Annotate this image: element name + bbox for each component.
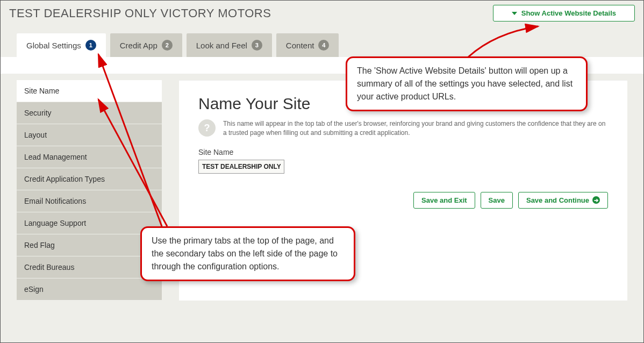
page-title: TEST DEALERSHIP ONLY VICTORY MOTORS (9, 6, 271, 20)
callout-text: The 'Show Active Website Details' button… (357, 66, 573, 101)
callout-text: Use the primary tabs at the top of the p… (152, 236, 338, 271)
help-icon[interactable]: ? (198, 119, 216, 137)
chevron-down-icon (512, 12, 517, 15)
app-frame: TEST DEALERSHIP ONLY VICTORY MOTORS Show… (0, 0, 644, 343)
save-button[interactable]: Save (481, 192, 513, 209)
primary-tabs: Global Settings 1 Credit App 2 Look and … (1, 24, 643, 57)
sidebar-item-credit-application-types[interactable]: Credit Application Types (17, 168, 162, 190)
sidebar-item-layout[interactable]: Layout (17, 124, 162, 146)
tab-label: Look and Feel (196, 41, 247, 50)
button-row: Save and Exit Save Save and Continue ➔ (198, 192, 608, 209)
sidebar-item-label: eSign (24, 285, 44, 294)
header-row: TEST DEALERSHIP ONLY VICTORY MOTORS Show… (1, 1, 643, 24)
sidebar-item-label: Language Support (24, 219, 86, 227)
sidebar-item-label: Layout (24, 131, 47, 139)
button-label: Save and Exit (421, 196, 467, 204)
tab-badge: 2 (162, 40, 173, 51)
help-row: ? This name will appear in the top tab o… (198, 119, 608, 138)
sidebar-item-esign[interactable]: eSign (17, 278, 162, 301)
tab-badge: 4 (318, 40, 329, 51)
sidebar-item-label: Email Notifications (24, 197, 86, 205)
sidebar-item-label: Credit Bureaus (24, 263, 74, 271)
sidebar-item-language-support[interactable]: Language Support (17, 212, 162, 234)
sidebar-item-site-name[interactable]: Site Name (17, 80, 162, 102)
show-details-label: Show Active Website Details (521, 9, 616, 17)
annotation-callout-tabs: Use the primary tabs at the top of the p… (140, 226, 355, 281)
tab-look-and-feel[interactable]: Look and Feel 3 (187, 33, 272, 57)
site-name-input[interactable] (198, 160, 284, 174)
help-text: This name will appear in the top tab of … (223, 119, 608, 138)
tab-global-settings[interactable]: Global Settings 1 (17, 33, 106, 57)
tab-content[interactable]: Content 4 (276, 33, 339, 57)
arrow-right-icon: ➔ (592, 196, 600, 204)
tab-label: Credit App (120, 41, 158, 50)
sidebar-item-label: Lead Management (24, 153, 87, 161)
tab-label: Content (286, 41, 314, 50)
tab-badge: 3 (252, 40, 262, 51)
button-label: Save and Continue (526, 196, 589, 204)
sidebar-item-label: Red Flag (24, 241, 55, 249)
sidebar-item-label: Security (24, 109, 52, 117)
annotation-callout-show-details: The 'Show Active Website Details' button… (346, 56, 588, 111)
tab-badge: 1 (85, 40, 96, 51)
site-name-label: Site Name (198, 148, 608, 156)
button-label: Save (489, 196, 505, 204)
save-and-exit-button[interactable]: Save and Exit (413, 192, 475, 209)
sidebar-item-label: Site Name (24, 87, 59, 95)
sidebar-item-email-notifications[interactable]: Email Notifications (17, 190, 162, 212)
sidebar-item-label: Credit Application Types (24, 175, 105, 183)
tab-credit-app[interactable]: Credit App 2 (110, 33, 182, 57)
sidebar-item-security[interactable]: Security (17, 102, 162, 124)
show-active-website-details-button[interactable]: Show Active Website Details (493, 5, 635, 22)
save-and-continue-button[interactable]: Save and Continue ➔ (518, 192, 608, 209)
tab-label: Global Settings (26, 41, 81, 50)
sidebar-item-lead-management[interactable]: Lead Management (17, 146, 162, 168)
